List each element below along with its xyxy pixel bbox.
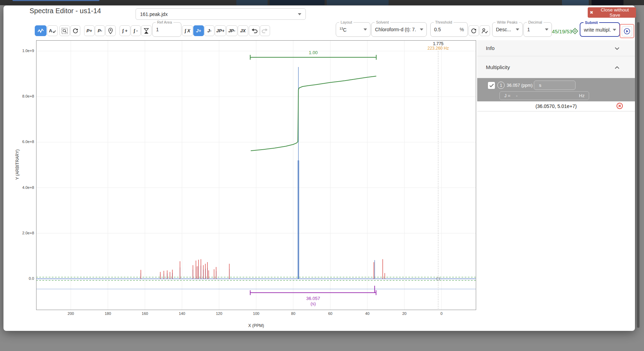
auto-letter: A [49,28,52,33]
x-tick-label: 40 [360,311,374,316]
check-icon [52,30,56,33]
undo-icon [251,28,258,34]
decimal-value: 1 [527,27,530,32]
integral-remove-button[interactable]: ∫ - [131,25,141,36]
zoom-reset-button[interactable] [70,25,80,36]
x-tick-label: 160 [138,311,152,316]
threshold-input[interactable]: 0.5 [434,27,441,32]
jx-button[interactable]: JX [238,25,248,36]
multiplet-shift-label: 36.057 (ppm) [507,83,532,88]
x-tick-label: 80 [286,311,300,316]
background-button [236,0,268,5]
screen: Spectra Editor - us1-14 161.peak.jdx ✖ C… [0,0,644,351]
multiplet-checkbox[interactable] [488,82,495,89]
page-scrollbar[interactable] [637,22,639,328]
y-tick-label: 4.0e+8 [13,185,34,190]
integral-value-label: 1.00 [309,50,318,55]
solvent-value: Chloroform-d (t): 7... [375,27,416,32]
refresh-icon [471,28,477,34]
close-icon: ✖ [590,10,593,15]
threshold-tool-button[interactable] [141,25,152,36]
integral-add-button[interactable]: ∫ + [120,25,130,36]
background-button [270,0,325,5]
zoom-select-button[interactable] [59,25,70,36]
y-tick-label: 6.0e+8 [13,140,34,144]
multiplet-entry[interactable]: 1 36.057 (ppm) s J = - Hz [477,78,635,101]
peak-remove-button[interactable]: P- [95,25,105,36]
x-tick-label: 100 [249,311,263,316]
close-without-save-button[interactable]: ✖ Close without Save [588,7,636,18]
multiplet-delete-button[interactable] [616,102,623,111]
j-remove-button[interactable]: J- [204,25,214,36]
page-title: Spectra Editor - us1-14 [30,7,101,15]
multiplet-kind-text: (s) [310,301,316,306]
write-peaks-value: Desc... [496,27,511,32]
multiplet-bracket[interactable]: 36.057(s) [250,286,376,306]
jp-remove-button[interactable]: JP- [226,25,237,36]
multiplet-index-badge: 1 [497,82,505,89]
submit-value: write multipl... [584,27,611,33]
file-selector-value: 161.peak.jdx [140,11,168,17]
chevron-down-icon [298,13,301,15]
remove-circle-icon [616,102,623,109]
background-accent-strip [13,0,99,1]
zoom-box-icon [61,27,68,34]
target-toggle[interactable] [572,28,578,36]
layout-select[interactable]: Layout 13C [336,22,370,37]
j-add-button[interactable]: J+ [193,25,204,36]
chevron-down-icon [613,29,616,31]
undo-button[interactable] [249,25,260,36]
peak-add-button[interactable]: P+ [84,25,95,36]
integral-curve[interactable] [251,76,376,151]
jp-add-button[interactable]: JP+ [215,25,226,36]
crosshair-hz-label: 223.260 Hz [427,46,449,51]
peak-counter: 45/19/53 [552,28,572,34]
layout-value: 13C [340,27,347,33]
integral-bracket[interactable]: 1.00 [250,50,376,60]
background-navbar [0,0,644,5]
chevron-down-icon [516,28,519,31]
multiplicity-input[interactable]: s [534,81,576,90]
y-tick-label: 1.0e+9 [13,49,34,53]
chevron-down-icon [420,28,423,31]
x-tick-label: 200 [64,311,78,316]
multiplicity-accordion-header[interactable]: Multiplicity [477,56,635,78]
peak-pick-tool-button[interactable] [105,25,116,36]
multiplet-coordinate-row: (36.0570, 5.01e+7) [477,101,635,111]
spectrum-chart-canvas[interactable]: 1.0036.057(s)1.775223.260 Hz [36,40,476,310]
redo-button[interactable] [260,25,270,36]
spectrum-line-tool-button[interactable] [35,25,47,36]
chevron-up-icon [615,64,619,70]
threshold-unit: % [460,27,464,32]
x-axis-label: X (PPM) [242,323,270,328]
info-accordion-header[interactable]: Info [477,40,635,56]
multiplet-shift-text: 36.057 [306,296,320,301]
submit-select[interactable]: Submit write multipl... [580,22,620,37]
play-icon [623,28,630,35]
chevron-down-icon [615,45,619,51]
file-selector[interactable]: 161.peak.jdx [136,8,306,20]
submit-play-button[interactable] [622,26,632,36]
decimal-select[interactable]: Decimal 1 [523,22,552,37]
refresh-peaks-button[interactable] [468,25,479,36]
x-tick-label: 60 [323,311,337,316]
ref-area-input[interactable]: 1 [156,27,159,32]
hourglass-icon [144,28,149,34]
write-peaks-select[interactable]: Write Peaks Desc... [492,22,523,37]
x-tick-label: 0 [434,311,448,316]
j-coupling-field[interactable]: J = - Hz [499,91,589,100]
zigzag-line-icon [37,28,44,34]
x-tick-label: 180 [101,311,115,316]
person-check-icon [481,28,488,34]
solvent-select[interactable]: Solvent Chloroform-d (t): 7... [371,22,427,37]
chevron-down-icon [364,28,367,31]
integral-delete-all-button[interactable]: ∫ X [182,25,193,36]
y-tick-label: 2.0e+8 [13,231,34,235]
y-axis-label: Y (ARBITRARY) [15,144,20,185]
redo-icon [262,28,268,34]
chevron-down-icon [545,28,548,31]
ref-area-field: Ref Area 1 [152,22,181,37]
y-tick-label: 0.0 [13,276,34,281]
auto-ranges-tool-button[interactable]: A [47,25,58,36]
assign-check-button[interactable] [480,25,490,36]
